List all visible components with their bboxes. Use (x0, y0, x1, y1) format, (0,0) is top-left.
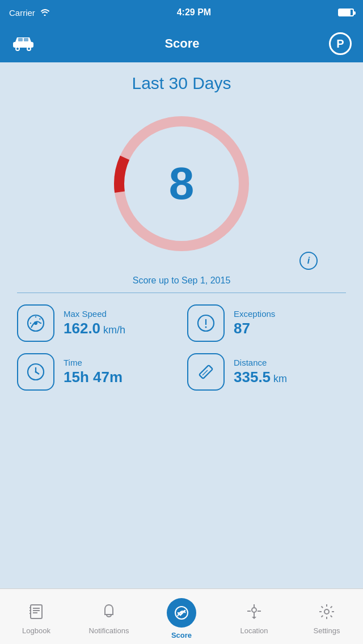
score-tab-circle (167, 598, 196, 628)
speedometer-icon (17, 304, 54, 342)
wifi-icon (40, 8, 50, 18)
svg-rect-22 (31, 605, 42, 618)
tab-location[interactable]: Location (218, 599, 290, 635)
status-left: Carrier (9, 8, 50, 18)
logbook-icon (28, 603, 45, 624)
tab-logbook-label: Logbook (22, 626, 50, 635)
exclamation-icon (187, 304, 225, 342)
svg-point-10 (35, 322, 37, 324)
period-title: Last 30 Days (132, 74, 231, 93)
tab-score-label: Score (171, 631, 192, 639)
parking-icon[interactable]: P (329, 32, 352, 55)
score-date: Score up to Sep 1, 2015 (133, 276, 231, 286)
svg-point-17 (35, 371, 37, 373)
divider (17, 293, 346, 293)
svg-point-33 (252, 608, 256, 612)
app-header: Score P (0, 25, 363, 62)
svg-line-20 (204, 372, 206, 374)
distance-value: 335.5 km (234, 368, 287, 386)
status-right (338, 9, 354, 16)
tab-settings[interactable]: Settings (290, 599, 363, 635)
svg-point-36 (324, 609, 329, 614)
location-icon (246, 603, 262, 624)
max-speed-value: 162.0 km/h (64, 320, 125, 337)
info-button[interactable]: i (299, 252, 318, 270)
tab-logbook[interactable]: Logbook (0, 599, 73, 635)
distance-text: Distance 335.5 km (234, 358, 287, 386)
tab-bar: Logbook Notifications Score (0, 588, 363, 644)
svg-point-13 (205, 327, 207, 328)
settings-icon (318, 603, 335, 624)
svg-line-19 (202, 374, 204, 375)
score-number: 8 (169, 158, 195, 210)
stat-distance: Distance 335.5 km (187, 353, 346, 391)
stats-grid: Max Speed 162.0 km/h Exceptions 87 (0, 304, 363, 391)
stat-exceptions: Exceptions 87 (187, 304, 346, 342)
exceptions-value: 87 (234, 320, 275, 337)
clock-icon (17, 353, 54, 391)
tab-notifications[interactable]: Notifications (73, 599, 145, 635)
max-speed-label: Max Speed (64, 309, 125, 319)
header-title: Score (164, 36, 199, 51)
distance-label: Distance (234, 358, 287, 367)
svg-rect-5 (18, 38, 23, 41)
tab-score[interactable]: Score (145, 594, 218, 639)
svg-point-32 (180, 612, 183, 614)
battery-icon (338, 9, 354, 16)
tab-settings-label: Settings (314, 626, 340, 635)
svg-marker-35 (252, 617, 256, 619)
svg-line-21 (206, 370, 208, 372)
stat-time: Time 15h 47m (17, 353, 176, 391)
svg-point-4 (28, 48, 30, 50)
svg-rect-0 (13, 42, 33, 48)
car-icon (11, 33, 35, 55)
max-speed-text: Max Speed 162.0 km/h (64, 309, 125, 337)
exceptions-label: Exceptions (234, 309, 275, 319)
tab-location-label: Location (240, 626, 268, 635)
status-time: 4:29 PM (177, 7, 211, 18)
carrier-text: Carrier (9, 8, 35, 18)
stat-max-speed: Max Speed 162.0 km/h (17, 304, 176, 342)
time-label: Time (64, 358, 123, 367)
status-bar: Carrier 4:29 PM (0, 0, 363, 25)
score-donut: 8 (102, 104, 261, 263)
notifications-icon (101, 603, 117, 624)
svg-point-3 (16, 48, 19, 50)
main-content: Last 30 Days 8 i Score up to Sep 1, 2015 (0, 62, 363, 391)
time-text: Time 15h 47m (64, 358, 123, 386)
exceptions-text: Exceptions 87 (234, 309, 275, 337)
ruler-icon (187, 353, 225, 391)
svg-rect-6 (24, 38, 28, 41)
tab-notifications-label: Notifications (89, 626, 129, 635)
time-value: 15h 47m (64, 368, 123, 386)
